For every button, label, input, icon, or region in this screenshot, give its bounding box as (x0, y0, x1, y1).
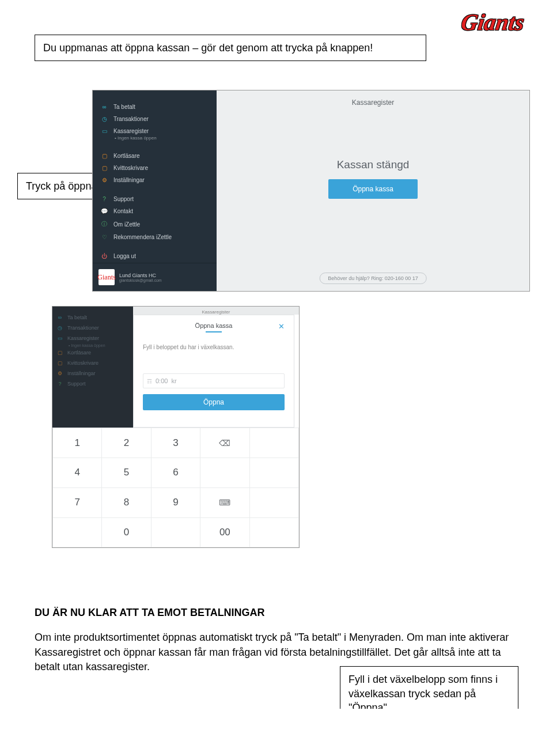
account-text: Lund Giants HC giantskiosk@gmail.com (119, 273, 162, 282)
key-hide-keyboard[interactable]: ⌨ (200, 487, 249, 517)
sidebar-item-logga-ut[interactable]: ⏻ Logga ut (93, 250, 217, 262)
key-empty (249, 517, 298, 547)
sidebar-item-label: Kvittoskrivare (113, 165, 148, 171)
sidebar-item-label: Kortläsare (113, 153, 140, 159)
sidebar-item-ta-betalt: ∞ Ta betalt (52, 312, 133, 323)
sidebar-item-transaktioner: ◷ Transaktioner (52, 323, 133, 333)
oppna-button[interactable]: Öppna (143, 394, 285, 410)
key-3[interactable]: 3 (151, 428, 200, 458)
sidebar-item-label: Inställningar (113, 177, 145, 183)
sidebar-item-kassaregister: ▭ Kassaregister (52, 333, 133, 343)
dialog-title-row: Öppna kassa ✕ (143, 322, 285, 332)
key-0[interactable]: 0 (102, 517, 151, 547)
sidebar-sub-ingen-kassa: • Ingen kassa öppen (52, 343, 133, 347)
key-empty (249, 458, 298, 488)
sidebar-item-label: Om iZettle (113, 221, 140, 228)
sidebar-item-support: ? Support (52, 379, 133, 389)
key-empty (249, 487, 298, 517)
key-8[interactable]: 8 (102, 487, 151, 517)
screenshot-oppna-kassa-dialog: ∞ Ta betalt ◷ Transaktioner ▭ Kassaregis… (52, 306, 300, 548)
sidebar-sub-ingen-kassa: • Ingen kassa öppen (93, 135, 217, 141)
numeric-keypad: 1 2 3 ⌫ 4 5 6 7 8 9 ⌨ (52, 428, 299, 547)
sidebar-item-transaktioner[interactable]: ◷ Transaktioner (93, 113, 217, 125)
screenshot-kassan-stangd: ∞ Ta betalt ◷ Transaktioner ▭ Kassaregis… (92, 90, 530, 292)
key-9[interactable]: 9 (151, 487, 200, 517)
sidebar-item-installningar[interactable]: ⚙ Inställningar (93, 174, 217, 186)
key-6[interactable]: 6 (151, 458, 200, 488)
power-icon: ⏻ (101, 253, 108, 259)
main-panel: Kassaregister Kassan stängd Öppna kassa … (217, 90, 529, 291)
printer-icon: ▢ (101, 165, 108, 171)
oppna-kassa-dialog: Öppna kassa ✕ Fyll i beloppet du har i v… (133, 315, 294, 428)
keyboard-icon: ⌨ (219, 498, 230, 507)
sidebar-item-kvittoskrivare[interactable]: ▢ Kvittoskrivare (93, 162, 217, 174)
title-underline (206, 331, 222, 332)
register-icon: ▭ (57, 335, 63, 341)
key-7[interactable]: 7 (53, 487, 102, 517)
sidebar-item-label: Kassaregister (67, 335, 99, 341)
sidebar-item-label: Kvittoskrivare (67, 360, 99, 366)
account-email: giantskiosk@gmail.com (119, 278, 162, 282)
card-reader-icon: ▢ (101, 153, 108, 159)
instruction-box-3: Fyll i det växelbelopp som finns i växel… (340, 666, 518, 709)
clock-icon: ◷ (101, 116, 108, 122)
body-heading: DU ÄR NU KLAR ATT TA EMOT BETALNINGAR (35, 606, 513, 620)
oppna-kassa-button[interactable]: Öppna kassa (328, 179, 418, 199)
sidebar-item-label: Ta betalt (67, 315, 87, 320)
amount-suffix: kr (171, 377, 176, 384)
page-header: Kassaregister (352, 99, 394, 107)
money-icon: ☶ (147, 378, 152, 384)
backspace-icon: ⌫ (219, 439, 230, 448)
help-pill[interactable]: Behöver du hjälp? Ring: 020-160 00 17 (319, 273, 427, 284)
register-icon: ▭ (101, 128, 108, 134)
printer-icon: ▢ (57, 360, 63, 366)
chat-icon: 💬 (101, 208, 108, 214)
sidebar-item-label: Kortläsare (67, 350, 91, 356)
sidebar-item-om-izettle[interactable]: ⓘ Om iZettle (93, 217, 217, 231)
sidebar-item-rekommendera[interactable]: ♡ Rekommendera iZettle (93, 231, 217, 243)
key-empty (151, 517, 200, 547)
info-icon: ⓘ (101, 220, 108, 228)
sidebar-item-label: Rekommendera iZettle (113, 234, 172, 240)
settings-icon: ⚙ (57, 371, 63, 376)
sidebar-item-label: Inställningar (67, 371, 96, 376)
sidebar-item-label: Logga ut (113, 253, 136, 259)
help-icon: ? (57, 381, 63, 387)
sidebar-item-ta-betalt[interactable]: ∞ Ta betalt (93, 101, 217, 113)
heart-icon: ♡ (101, 234, 108, 240)
key-empty (249, 428, 298, 458)
clock-icon: ◷ (57, 325, 63, 331)
sidebar-item-kontakt[interactable]: 💬 Kontakt (93, 205, 217, 217)
page-title: Kassan stängd (337, 158, 410, 171)
key-1[interactable]: 1 (53, 428, 102, 458)
sidebar: ∞ Ta betalt ◷ Transaktioner ▭ Kassaregis… (93, 90, 217, 291)
sidebar-item-support[interactable]: ? Support (93, 193, 217, 205)
key-00[interactable]: 00 (200, 517, 249, 547)
sidebar-item-label: Kontakt (113, 208, 133, 214)
sidebar-menu: ∞ Ta betalt ◷ Transaktioner ▭ Kassaregis… (93, 90, 217, 263)
key-4[interactable]: 4 (53, 458, 102, 488)
key-empty (200, 458, 249, 488)
card-reader-icon: ▢ (57, 350, 63, 356)
account-name: Lund Giants HC (119, 273, 162, 278)
sidebar-item-kortlasare: ▢ Kortläsare (52, 347, 133, 358)
link-icon: ∞ (57, 315, 63, 320)
amount-input[interactable]: ☶ 0:00 kr (143, 373, 285, 388)
key-2[interactable]: 2 (102, 428, 151, 458)
key-empty (53, 517, 102, 547)
sidebar-item-label: Transaktioner (67, 325, 99, 331)
sidebar-item-kortlasare[interactable]: ▢ Kortläsare (93, 150, 217, 162)
sidebar-item-kvittoskrivare: ▢ Kvittoskrivare (52, 358, 133, 368)
grey-header: Kassaregister (133, 307, 299, 315)
avatar: Giants (99, 269, 115, 285)
sidebar-account[interactable]: Giants Lund Giants HC giantskiosk@gmail.… (93, 263, 217, 291)
sidebar-item-label: Support (113, 196, 134, 202)
sidebar-dimmed: ∞ Ta betalt ◷ Transaktioner ▭ Kassaregis… (52, 307, 133, 428)
key-5[interactable]: 5 (102, 458, 151, 488)
link-icon: ∞ (101, 104, 108, 110)
sidebar-item-label: Transaktioner (113, 116, 149, 122)
sidebar-item-label: Kassaregister (113, 128, 149, 134)
sidebar-item-label: Support (67, 381, 86, 387)
close-icon[interactable]: ✕ (278, 322, 285, 331)
key-backspace[interactable]: ⌫ (200, 428, 249, 458)
